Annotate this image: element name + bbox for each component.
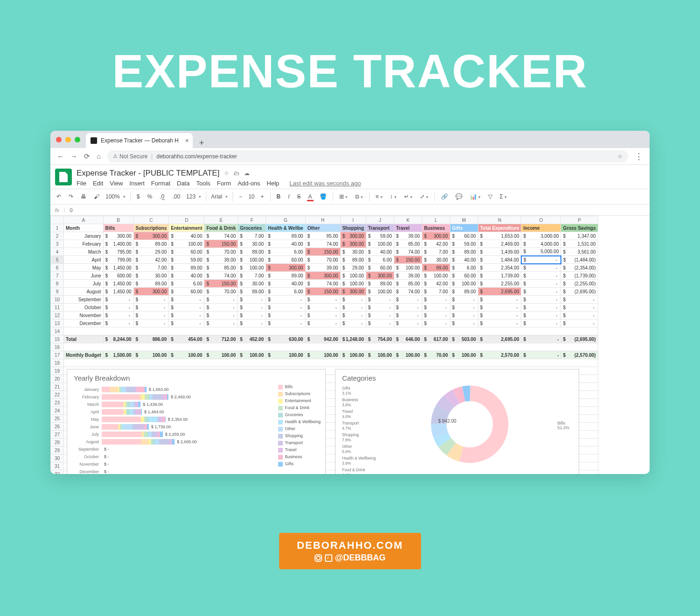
data-cell[interactable]: $70.00: [204, 248, 238, 256]
row-header[interactable]: 5: [51, 256, 64, 264]
data-cell[interactable]: $ -: [133, 312, 169, 319]
data-cell[interactable]: $ -: [266, 319, 305, 327]
month-cell[interactable]: March: [64, 248, 104, 256]
month-cell[interactable]: July: [64, 280, 104, 288]
col-header[interactable]: I: [340, 216, 366, 224]
data-cell[interactable]: $ -: [521, 272, 561, 280]
data-cell[interactable]: $5,000.00: [521, 248, 561, 256]
budget-cell[interactable]: $100.00: [305, 351, 340, 359]
data-cell[interactable]: $ -: [521, 256, 561, 264]
data-cell[interactable]: $42.00: [422, 240, 450, 248]
data-cell[interactable]: $60.00: [169, 248, 204, 256]
data-cell[interactable]: $300.00: [422, 232, 450, 240]
header-cell[interactable]: Transport: [366, 224, 394, 232]
strike-icon[interactable]: S: [296, 192, 302, 201]
currency-format-button[interactable]: $: [135, 192, 141, 201]
formula-value[interactable]: 0: [70, 207, 72, 213]
data-cell[interactable]: $300.00: [266, 264, 305, 272]
chart-insert-icon[interactable]: 📊: [469, 192, 482, 201]
categories-chart[interactable]: Categories Gifts3.1%Business3.8%Travel4.…: [335, 369, 579, 474]
menu-help[interactable]: Help: [267, 180, 280, 187]
data-cell[interactable]: $ -: [103, 304, 133, 312]
data-cell[interactable]: $100.00: [366, 288, 394, 296]
data-cell[interactable]: $150.00: [305, 288, 340, 296]
borders-icon[interactable]: ⊞: [338, 192, 349, 201]
data-cell[interactable]: $ -: [366, 296, 394, 304]
data-cell[interactable]: $30.00: [238, 240, 266, 248]
data-cell[interactable]: $1,450.00: [103, 288, 133, 296]
data-cell[interactable]: $ -: [561, 312, 598, 319]
data-cell[interactable]: $30.00: [238, 280, 266, 288]
filter-icon[interactable]: ▽: [487, 192, 494, 201]
data-cell[interactable]: $ -: [305, 296, 340, 304]
col-header[interactable]: D: [169, 216, 204, 224]
month-cell[interactable]: December: [64, 319, 104, 327]
data-cell[interactable]: $ -: [366, 312, 394, 319]
row-header[interactable]: 29: [51, 446, 64, 454]
row-header[interactable]: 28: [51, 439, 64, 446]
data-cell[interactable]: $70.00: [305, 256, 340, 264]
data-cell[interactable]: $ -: [204, 319, 238, 327]
data-cell[interactable]: $600.00: [103, 272, 133, 280]
data-cell[interactable]: $30.00: [340, 248, 366, 256]
move-doc-icon[interactable]: 🗁: [234, 170, 239, 177]
url-field[interactable]: Not Secure | deborahho.com/expense-track…: [107, 150, 628, 163]
month-cell[interactable]: August: [64, 288, 104, 296]
data-cell[interactable]: $ -: [133, 296, 169, 304]
data-cell[interactable]: $2,695.00: [478, 288, 521, 296]
data-cell[interactable]: $59.00: [366, 232, 394, 240]
data-cell[interactable]: $ -: [561, 296, 598, 304]
row-header[interactable]: 21: [51, 383, 64, 391]
header-cell[interactable]: Other: [305, 224, 340, 232]
data-cell[interactable]: $ -: [561, 304, 598, 312]
budget-cell[interactable]: $100.00: [266, 351, 305, 359]
data-cell[interactable]: $ -: [169, 304, 204, 312]
data-cell[interactable]: $100.00: [238, 256, 266, 264]
data-cell[interactable]: $ -: [238, 319, 266, 327]
data-cell[interactable]: $59.00: [450, 240, 478, 248]
data-cell[interactable]: $300.00: [340, 288, 366, 296]
data-cell[interactable]: $ -: [422, 319, 450, 327]
data-cell[interactable]: $6.00: [366, 256, 394, 264]
data-cell[interactable]: $40.00: [266, 280, 305, 288]
data-cell[interactable]: $2,469.00: [478, 240, 521, 248]
data-cell[interactable]: $1,484.00: [478, 256, 521, 264]
v-align-icon[interactable]: ↕: [389, 192, 398, 201]
data-cell[interactable]: $ -: [521, 312, 561, 319]
row-header[interactable]: 22: [51, 391, 64, 399]
data-cell[interactable]: $6.00: [266, 248, 305, 256]
header-cell[interactable]: Entertainment: [169, 224, 204, 232]
font-select[interactable]: Arial: [211, 193, 228, 200]
italic-icon[interactable]: I: [287, 192, 291, 201]
col-header[interactable]: M: [450, 216, 478, 224]
data-cell[interactable]: $3,561.00: [561, 248, 598, 256]
col-header[interactable]: O: [521, 216, 561, 224]
budget-cell[interactable]: $100.00: [394, 351, 422, 359]
data-cell[interactable]: $89.00: [133, 240, 169, 248]
data-cell[interactable]: $89.00: [133, 280, 169, 288]
doc-title[interactable]: Expense Tracker - [PUBLIC TEMPLATE]: [77, 169, 219, 178]
month-cell[interactable]: April: [64, 256, 104, 264]
data-cell[interactable]: $89.00: [450, 248, 478, 256]
row-header[interactable]: 17: [51, 351, 64, 359]
row-header[interactable]: 14: [51, 327, 64, 335]
data-cell[interactable]: $2,354.00: [478, 264, 521, 272]
paint-format-icon[interactable]: 🖌: [92, 192, 101, 201]
redo-icon[interactable]: ↷: [67, 192, 75, 201]
row-header[interactable]: 3: [51, 240, 64, 248]
minimize-window-icon[interactable]: [65, 137, 71, 142]
h-align-icon[interactable]: ≡: [374, 192, 384, 201]
budget-cell[interactable]: $100.00: [366, 351, 394, 359]
month-cell[interactable]: February: [64, 240, 104, 248]
data-cell[interactable]: $300.00: [133, 232, 169, 240]
data-cell[interactable]: $300.00: [133, 288, 169, 296]
data-cell[interactable]: $85.00: [394, 240, 422, 248]
data-cell[interactable]: $ -: [238, 304, 266, 312]
maximize-window-icon[interactable]: [75, 137, 80, 142]
home-icon[interactable]: ⌂: [97, 152, 101, 160]
font-size-decrease[interactable]: −: [238, 192, 244, 201]
data-cell[interactable]: $ -: [238, 312, 266, 319]
data-cell[interactable]: $300.00: [103, 232, 133, 240]
header-cell[interactable]: Travel: [394, 224, 422, 232]
col-header[interactable]: H: [305, 216, 340, 224]
